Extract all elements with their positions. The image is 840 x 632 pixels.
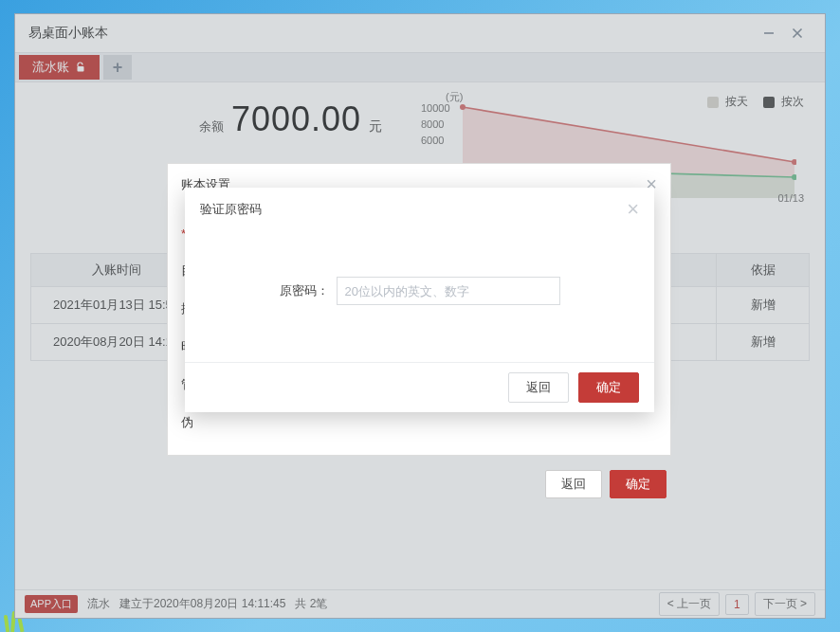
chart-ytick: 10000 xyxy=(421,102,450,114)
chart-xtick: 01/13 xyxy=(777,192,804,204)
settings-back-button[interactable]: 返回 xyxy=(545,470,602,498)
verify-password-modal: 验证原密码 × 原密码： 返回 确定 xyxy=(185,188,654,412)
balance-value: 7000.00 xyxy=(231,99,361,139)
prev-page-button[interactable]: < 上一页 xyxy=(659,592,720,616)
verify-modal-title: 验证原密码 xyxy=(200,201,262,218)
tab-ledger[interactable]: 流水账 xyxy=(19,55,100,80)
minimize-icon xyxy=(763,27,775,39)
pagination: < 上一页 1 下一页 > xyxy=(659,592,815,616)
minimize-button[interactable] xyxy=(755,19,783,47)
close-button[interactable]: × xyxy=(627,199,639,220)
close-button[interactable] xyxy=(783,19,812,47)
balance-label: 余额 xyxy=(199,118,224,135)
chart-ytick: 6000 xyxy=(421,135,444,146)
settings-ok-button[interactable]: 确定 xyxy=(610,470,667,498)
settings-field-other: 伪 xyxy=(181,414,193,431)
tab-label: 流水账 xyxy=(32,59,69,76)
toggle-by-day[interactable]: 按天 xyxy=(707,94,748,110)
svg-point-6 xyxy=(460,104,466,110)
balance-unit: 元 xyxy=(369,118,382,135)
password-input[interactable] xyxy=(337,277,560,305)
checkbox-icon xyxy=(763,97,775,108)
toggle-by-count-label: 按次 xyxy=(781,94,804,110)
ok-button[interactable]: 确定 xyxy=(578,372,639,403)
status-created: 建立于2020年08月20日 14:11:45 xyxy=(119,596,285,612)
th-basis: 依据 xyxy=(717,254,810,287)
app-entry-button[interactable]: APP入口 xyxy=(25,595,78,613)
plus-icon: + xyxy=(113,58,123,78)
balance-block: 余额 7000.00 元 xyxy=(199,99,382,139)
statusbar: APP入口 流水 建立于2020年08月20日 14:11:45 共 2笔 < … xyxy=(15,589,825,618)
checkbox-icon xyxy=(707,97,719,108)
password-form-row: 原密码： xyxy=(204,277,635,305)
status-count: 共 2笔 xyxy=(295,596,327,612)
toggle-by-day-label: 按天 xyxy=(725,94,748,110)
unlock-icon xyxy=(75,62,86,73)
chart-ytick: 8000 xyxy=(421,118,444,130)
cell-basis: 新增 xyxy=(717,287,810,324)
titlebar: 易桌面小账本 xyxy=(15,14,825,52)
tab-add-button[interactable]: + xyxy=(103,55,132,80)
close-icon xyxy=(792,27,803,39)
password-label: 原密码： xyxy=(280,282,329,299)
next-page-button[interactable]: 下一页 > xyxy=(755,592,815,616)
page-number: 1 xyxy=(725,594,749,615)
toggle-by-count[interactable]: 按次 xyxy=(763,94,804,110)
cell-basis: 新增 xyxy=(717,324,810,361)
status-ledger-name: 流水 xyxy=(87,596,110,612)
tabbar: 流水账 + xyxy=(15,52,825,82)
window-title: 易桌面小账本 xyxy=(28,25,108,42)
back-button[interactable]: 返回 xyxy=(508,372,569,403)
chart-toggle-row: 按天 按次 xyxy=(707,94,804,110)
svg-rect-3 xyxy=(78,66,84,72)
